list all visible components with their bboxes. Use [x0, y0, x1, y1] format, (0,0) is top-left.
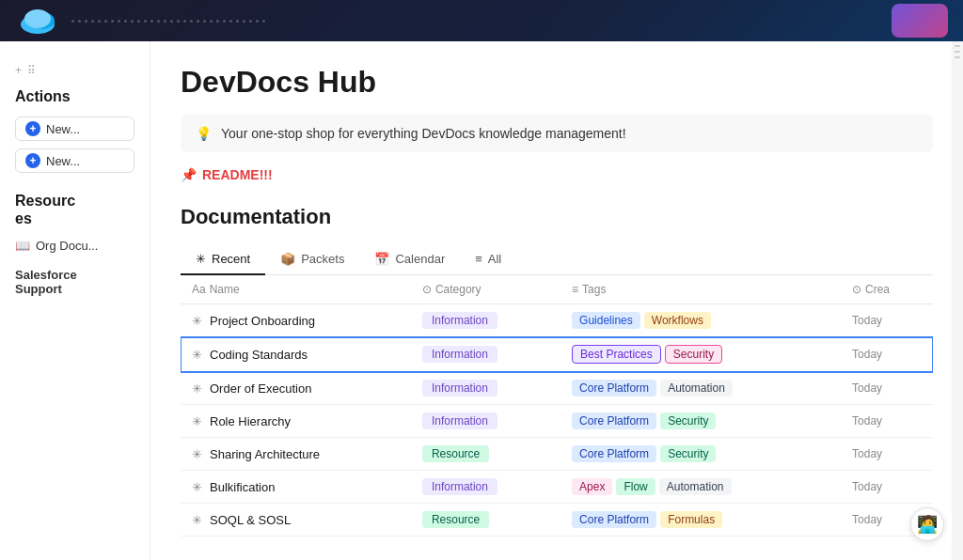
name-cell: ✳SOQL & SOSL: [181, 504, 411, 537]
tab-calendar[interactable]: 📅 Calendar: [359, 244, 460, 275]
table-row[interactable]: ✳SOQL & SOSLResourceCore PlatformFormula…: [181, 504, 933, 537]
name-cell: ✳Coding Standards: [181, 337, 411, 372]
plus-icon-2: +: [25, 153, 40, 168]
help-icon: 🧑‍💻: [917, 514, 938, 535]
created-cell: Today: [841, 372, 933, 405]
tab-all[interactable]: ≡ All: [460, 244, 516, 275]
tags-cell: Core PlatformAutomation: [560, 372, 841, 405]
tags-cell: Core PlatformFormulas: [560, 504, 841, 537]
table-row[interactable]: ✳BulkificationInformationApexFlowAutomat…: [181, 471, 933, 504]
created-cell: Today: [841, 405, 933, 438]
readme-emoji: 📌: [181, 167, 197, 182]
created-cell: Today: [841, 471, 933, 504]
col-tags[interactable]: ≡ Tags: [560, 275, 841, 304]
row-icon: ✳: [192, 414, 202, 428]
resources-title: Resources: [15, 192, 134, 227]
row-icon: ✳: [192, 314, 202, 328]
tag-badge: Core Platform: [572, 380, 656, 397]
col-created[interactable]: ⊙ Crea: [841, 275, 933, 304]
tag-badge: Automation: [659, 478, 732, 495]
table-row[interactable]: ✳Coding StandardsInformationBest Practic…: [181, 337, 933, 372]
row-icon: ✳: [192, 513, 202, 527]
tags-cell: GuidelinesWorkflows: [560, 304, 841, 337]
tag-badge: Guidelines: [572, 312, 640, 329]
tab-recent-label: Recent: [212, 252, 250, 266]
actions-title: Actions: [15, 88, 134, 105]
book-icon: 📖: [15, 239, 30, 253]
tag-badge: Security: [660, 412, 716, 429]
documentation-section: Documentation ✳ Recent 📦 Packets 📅: [181, 205, 933, 537]
table-row[interactable]: ✳Role HierarchyInformationCore PlatformS…: [181, 405, 933, 438]
tab-calendar-label: Calendar: [395, 252, 445, 266]
topbar-dots: [60, 20, 892, 23]
sidebar: + ⠿ Actions + New... + New... Resources …: [0, 41, 150, 560]
notice-text: Your one-stop shop for everything DevDoc…: [221, 126, 626, 141]
table-row[interactable]: ✳Project OnboardingInformationGuidelines…: [181, 304, 933, 337]
new-button-1[interactable]: + New...: [15, 117, 134, 141]
help-button[interactable]: 🧑‍💻: [910, 507, 944, 541]
row-icon: ✳: [192, 447, 202, 461]
topbar: [0, 0, 963, 41]
tags-cell: Core PlatformSecurity: [560, 438, 841, 471]
category-cell: Information: [411, 372, 560, 405]
sidebar-grid-icon[interactable]: ⠿: [27, 64, 36, 77]
table-wrapper: Aa Name ⊙ Category ≡ Tags ⊙ Crea ✳Projec…: [181, 275, 933, 537]
row-icon: ✳: [192, 480, 202, 494]
category-badge: Information: [422, 380, 497, 397]
category-badge: Resource: [422, 445, 489, 462]
name-cell: ✳Role Hierarchy: [181, 405, 411, 438]
org-doc-item[interactable]: 📖 Org Docu...: [15, 239, 134, 253]
col-category[interactable]: ⊙ Category: [411, 275, 560, 304]
category-cell: Information: [411, 337, 560, 372]
doc-content: Documentation ✳ Recent 📦 Packets 📅: [181, 205, 933, 537]
created-cell: Today: [841, 337, 933, 372]
name-cell: ✳Order of Execution: [181, 372, 411, 405]
main-layout: + ⠿ Actions + New... + New... Resources …: [0, 41, 963, 560]
tab-calendar-icon: 📅: [374, 252, 389, 266]
page-title: DevDocs Hub: [181, 64, 933, 100]
category-badge: Information: [422, 478, 497, 495]
tab-recent-icon: ✳: [196, 252, 206, 266]
tab-packets-icon: 📦: [280, 252, 295, 266]
name-cell: ✳Bulkification: [181, 471, 411, 504]
col-name[interactable]: Aa Name: [181, 275, 411, 304]
readme-link[interactable]: 📌 README!!!: [181, 167, 933, 182]
tag-badge: Apex: [572, 478, 612, 495]
category-cell: Information: [411, 405, 560, 438]
category-cell: Information: [411, 471, 560, 504]
notice-emoji: 💡: [196, 126, 212, 141]
tag-badge: Core Platform: [572, 445, 656, 462]
table-row[interactable]: ✳Order of ExecutionInformationCore Platf…: [181, 372, 933, 405]
table-row[interactable]: ✳Sharing ArchitectureResourceCore Platfo…: [181, 438, 933, 471]
sidebar-add-icon[interactable]: +: [15, 64, 22, 77]
row-icon: ✳: [192, 381, 202, 396]
svg-point-3: [24, 9, 51, 28]
tags-cell: ApexFlowAutomation: [560, 471, 841, 504]
tag-badge: Automation: [660, 380, 733, 397]
notice-box: 💡 Your one-stop shop for everything DevD…: [181, 115, 933, 152]
category-badge: Information: [422, 346, 497, 363]
name-cell: ✳Sharing Architecture: [181, 438, 411, 471]
tag-badge: Core Platform: [572, 511, 656, 528]
tab-packets[interactable]: 📦 Packets: [265, 244, 359, 275]
readme-label: README!!!: [202, 167, 273, 182]
salesforce-support[interactable]: SalesforceSupport: [15, 268, 134, 296]
row-icon: ✳: [192, 348, 202, 362]
tabs-row: ✳ Recent 📦 Packets 📅 Calendar ≡: [181, 244, 933, 275]
name-cell: ✳Project Onboarding: [181, 304, 411, 337]
new-button-2[interactable]: + New...: [15, 148, 134, 173]
category-cell: Information: [411, 304, 560, 337]
tags-cell: Core PlatformSecurity: [560, 405, 841, 438]
tag-badge: Security: [665, 345, 722, 364]
tab-recent[interactable]: ✳ Recent: [181, 244, 265, 275]
category-cell: Resource: [411, 504, 560, 537]
doc-section-title: Documentation: [181, 205, 933, 229]
plus-icon-1: +: [25, 121, 40, 136]
tag-badge: Formulas: [660, 511, 722, 528]
category-badge: Information: [422, 412, 497, 429]
category-badge: Resource: [422, 511, 489, 528]
tag-badge: Security: [660, 445, 716, 462]
tab-all-icon: ≡: [475, 252, 482, 266]
tab-packets-label: Packets: [301, 252, 344, 266]
cloud-icon: [15, 6, 60, 36]
